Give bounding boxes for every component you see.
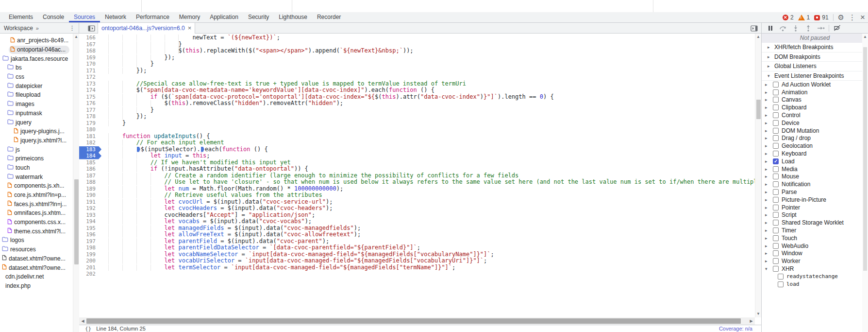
editor-file-tab[interactable]: ontoportal-046a...js?version=6.0 × xyxy=(98,23,195,34)
expand-arrow-icon[interactable]: ▸ xyxy=(765,128,769,133)
step-into-button[interactable] xyxy=(791,23,801,33)
breakpoint-category-xhr[interactable]: ▾XHR xyxy=(762,265,868,273)
navigator-item-inputmask[interactable]: inputmask xyxy=(0,109,73,118)
breakpoint-category-clipboard[interactable]: ▸Clipboard xyxy=(762,104,868,111)
editor-hscroll-thumb[interactable] xyxy=(86,318,741,324)
breakpoint-category-readystatechange[interactable]: readystatechange xyxy=(762,273,868,280)
editor-horizontal-scrollbar[interactable]: ◀ ▶ xyxy=(79,317,755,325)
console-warnings-badge[interactable]: 1 xyxy=(798,14,810,21)
expand-arrow-icon[interactable]: ▸ xyxy=(765,159,769,164)
code-text[interactable]: } xyxy=(108,41,182,48)
expand-arrow-icon[interactable]: ▸ xyxy=(765,113,769,118)
line-number[interactable]: 178 xyxy=(79,113,101,120)
navigator-item-js[interactable]: js xyxy=(0,145,73,154)
code-text[interactable]: $(this).removeClass("hidden").removeAttr… xyxy=(108,100,343,107)
tab-elements[interactable]: Elements xyxy=(4,12,38,22)
breakpoint-category-drag-drop[interactable]: ▸Drag / drop xyxy=(762,135,868,142)
code-text[interactable]: let termSelector = `input[data-cvoc-mana… xyxy=(108,264,455,271)
checkbox-mouse[interactable] xyxy=(773,174,779,179)
line-number[interactable]: 171 xyxy=(79,68,101,74)
code-text[interactable]: // If we haven't modified this input yet xyxy=(108,159,291,166)
code-text[interactable]: let managedFields = $(input).data("cvoc-… xyxy=(108,225,361,232)
tab-lighthouse[interactable]: Lighthouse xyxy=(274,12,312,22)
line-number[interactable]: 186 xyxy=(79,166,101,173)
breakpoint-line-number[interactable]: 183 xyxy=(79,146,101,153)
code-text[interactable]: // For each input element xyxy=(108,140,224,146)
navigator-item-core-js-xhtml-ln-p[interactable]: core.js.xhtml?ln=p... xyxy=(0,191,73,200)
expand-arrow-icon[interactable]: ▸ xyxy=(765,167,769,172)
code-text[interactable]: } xyxy=(108,107,154,114)
line-number[interactable]: 166 xyxy=(79,35,101,41)
expand-arrow-icon[interactable]: ▸ xyxy=(765,212,769,217)
checkbox-load[interactable] xyxy=(778,281,784,287)
breakpoint-category-pointer[interactable]: ▸Pointer xyxy=(762,204,868,211)
checkbox-drag-drop[interactable] xyxy=(773,135,779,141)
code-text[interactable]: $(inputSelector).each(function () { xyxy=(108,146,268,153)
breakpoint-category-load[interactable]: ▸Load xyxy=(762,157,868,165)
breakpoint-category-shared-storage-worklet[interactable]: ▸Shared Storage Worklet xyxy=(762,219,868,227)
line-number[interactable]: 187 xyxy=(79,173,101,179)
navigator-item-jakarta-faces-resource[interactable]: jakarta.faces.resource xyxy=(0,54,73,63)
expand-arrow-icon[interactable]: ▸ xyxy=(765,105,769,110)
line-number[interactable]: 168 xyxy=(79,48,101,54)
breakpoint-category-geolocation[interactable]: ▸Geolocation xyxy=(762,142,868,150)
code-text[interactable]: //Special case allow-free-text is true +… xyxy=(108,81,466,87)
line-number[interactable]: 193 xyxy=(79,212,101,219)
navigator-scroll-thumb[interactable] xyxy=(74,179,79,264)
checkbox-keyboard[interactable] xyxy=(773,151,779,157)
tab-console[interactable]: Console xyxy=(38,12,69,22)
breakpoint-category-notification[interactable]: ▸Notification xyxy=(762,180,868,188)
section-global-listeners[interactable]: ▸Global Listeners xyxy=(762,62,868,71)
section-dom-breakpoints[interactable]: ▸DOM Breakpoints xyxy=(762,52,868,62)
toggle-navigator-button[interactable] xyxy=(86,23,96,33)
line-number[interactable]: 182 xyxy=(79,140,101,146)
tab-network[interactable]: Network xyxy=(100,12,131,22)
console-errors-badge[interactable]: ✕ 2 xyxy=(783,14,794,21)
breakpoint-category-load[interactable]: load xyxy=(762,280,868,288)
navigator-item-anr-projects-8c49[interactable]: anr_projects-8c49... xyxy=(0,36,73,45)
scroll-left-icon[interactable]: ◀ xyxy=(79,319,86,323)
tab-sources[interactable]: Sources xyxy=(69,12,100,22)
tab-security[interactable]: Security xyxy=(243,12,274,22)
expand-arrow-icon[interactable]: ▸ xyxy=(765,197,769,202)
checkbox-pointer[interactable] xyxy=(773,205,779,210)
deactivate-breakpoints-button[interactable] xyxy=(832,23,842,33)
issues-badge[interactable]: 91 xyxy=(814,14,828,21)
breakpoint-category-parse[interactable]: ▸Parse xyxy=(762,188,868,196)
navigator-item-faces-js-xhtml-ln-j[interactable]: faces.js.xhtml?ln=j... xyxy=(0,199,73,209)
tab-memory[interactable]: Memory xyxy=(174,12,205,22)
navigator-item-css[interactable]: css xyxy=(0,72,73,82)
code-text[interactable]: let parentFieldDataSelector = `[data-cvo… xyxy=(108,245,420,251)
navigator-item-theme-css-xhtml-l[interactable]: theme.css.xhtml?l... xyxy=(0,227,73,236)
line-number[interactable]: 169 xyxy=(79,54,101,61)
close-devtools-icon[interactable]: × xyxy=(860,12,865,23)
scroll-up-icon[interactable]: ▲ xyxy=(755,34,761,40)
settings-gear-icon[interactable]: ⚙ xyxy=(838,12,844,23)
navigator-item-omnifaces-js-xhtm[interactable]: omnifaces.js.xhtm... xyxy=(0,209,73,218)
line-number[interactable]: 202 xyxy=(79,271,101,278)
navigator-item-components-js-xh[interactable]: components.js.xh... xyxy=(0,181,73,191)
expand-arrow-icon[interactable]: ▸ xyxy=(765,251,769,256)
line-number[interactable]: 195 xyxy=(79,225,101,232)
code-text[interactable]: if ($(`span[data-cvoc-protocol='ontoport… xyxy=(108,94,554,101)
expand-arrow-icon[interactable]: ▾ xyxy=(768,73,772,78)
line-number[interactable]: 170 xyxy=(79,61,101,68)
navigator-tab-workspace[interactable]: Workspace xyxy=(4,25,33,32)
checkbox-shared-storage-worklet[interactable] xyxy=(773,220,779,226)
checkbox-touch[interactable] xyxy=(773,235,779,241)
line-number[interactable]: 200 xyxy=(79,258,101,264)
breakpoint-category-worker[interactable]: ▸Worker xyxy=(762,257,868,265)
line-number[interactable]: 198 xyxy=(79,245,101,251)
inline-breakpoint-marker-icon[interactable] xyxy=(137,147,140,152)
expand-arrow-icon[interactable]: ▸ xyxy=(765,205,769,210)
navigator-item-touch[interactable]: touch xyxy=(0,163,73,173)
checkbox-window[interactable] xyxy=(773,250,779,256)
expand-arrow-icon[interactable]: ▾ xyxy=(765,266,769,271)
navigator-item-index-php[interactable]: index.php xyxy=(0,281,73,291)
code-text[interactable]: newText = `(${newText})`; xyxy=(108,35,280,41)
navigator-item-dataset-xhtml-owne[interactable]: dataset.xhtml?owne... xyxy=(0,254,73,263)
debugger-scrollbar[interactable]: ▲ xyxy=(862,34,868,332)
breakpoint-category-mouse[interactable]: ▸Mouse xyxy=(762,173,868,181)
expand-arrow-icon[interactable]: ▸ xyxy=(765,97,769,102)
line-number[interactable]: 189 xyxy=(79,186,101,192)
